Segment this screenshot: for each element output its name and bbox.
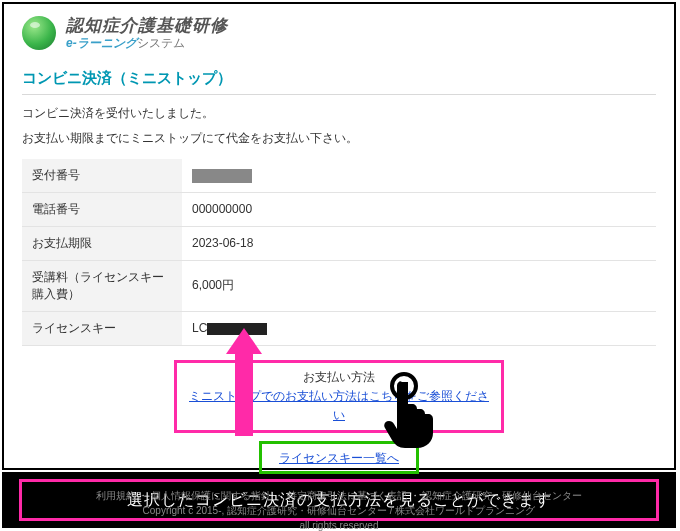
pointer-hand-icon: [384, 372, 444, 450]
app-title: 認知症介護基礎研修: [66, 16, 228, 36]
footer: 利用規約 ・ 個人情報保護に関する指針 ・ 特定商取引法に基づく表記 ・ 認知症…: [22, 488, 656, 531]
footer-copyright: Copyright c 2015-, 認知症介護研究・研修仙台センター / 株式…: [143, 505, 536, 516]
divider: [22, 94, 656, 95]
table-row: 受講料（ライセンスキー購入費） 6,000円: [22, 260, 656, 311]
due-label: お支払期限: [22, 226, 182, 260]
header: 認知症介護基礎研修 e-ラーニングシステム: [22, 16, 656, 51]
phone-value: 000000000: [182, 192, 656, 226]
footer-link[interactable]: 特定商取引法に基づく表記: [287, 490, 407, 501]
table-row: 受付番号: [22, 159, 656, 193]
app-subtitle: e-ラーニングシステム: [66, 36, 228, 50]
due-value: 2023-06-18: [182, 226, 656, 260]
msg-instruction: お支払い期限までにミニストップにて代金をお支払い下さい。: [22, 130, 656, 147]
license-label: ライセンスキー: [22, 311, 182, 345]
details-table: 受付番号 電話番号 000000000 お支払期限 2023-06-18 受講料…: [22, 159, 656, 346]
fee-value: 6,000円: [182, 260, 656, 311]
footer-link[interactable]: 個人情報保護に関する指針: [151, 490, 271, 501]
callout-arrow-icon: [226, 328, 262, 436]
receipt-label: 受付番号: [22, 159, 182, 193]
phone-label: 電話番号: [22, 192, 182, 226]
section-title: コンビニ決済（ミニストップ）: [22, 69, 656, 88]
payment-method-box: お支払い方法 ミニストップでのお支払い方法はこちらをご参照ください: [174, 360, 504, 433]
logo-icon: [22, 16, 56, 50]
redacted-block: [192, 169, 252, 183]
table-row: 電話番号 000000000: [22, 192, 656, 226]
license-list-link[interactable]: ライセンスキー一覧へ: [279, 451, 399, 465]
table-row: お支払期限 2023-06-18: [22, 226, 656, 260]
fee-label: 受講料（ライセンスキー購入費）: [22, 260, 182, 311]
footer-link[interactable]: 認知症介護研究・研修仙台センター: [422, 490, 582, 501]
app-titles: 認知症介護基礎研修 e-ラーニングシステム: [66, 16, 228, 51]
footer-link[interactable]: 利用規約: [96, 490, 136, 501]
receipt-value: [182, 159, 656, 193]
msg-received: コンビニ決済を受付いたしました。: [22, 105, 656, 122]
table-row: ライセンスキー LC: [22, 311, 656, 345]
footer-rights: all rights reserved: [300, 520, 379, 531]
